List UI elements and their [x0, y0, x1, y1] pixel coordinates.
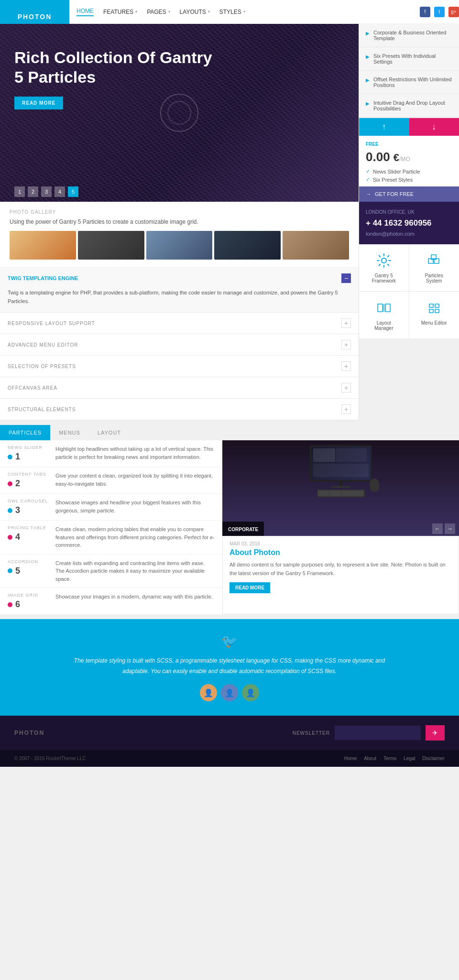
- chevron-down-icon: ▾: [135, 10, 137, 14]
- accordion-minus-icon[interactable]: −: [341, 273, 351, 283]
- pagination-2[interactable]: 2: [28, 186, 38, 197]
- blog-card: MAR 03, 2016 About Photon All demo conte…: [222, 536, 459, 614]
- accordion-structural[interactable]: STRUCTURAL ELEMENTS +: [0, 399, 359, 420]
- sidebar-item-3[interactable]: ▶ Offset Restrictions With Unlimited Pos…: [359, 71, 459, 94]
- contact-email: london@photon.com: [366, 231, 452, 237]
- svg-rect-9: [429, 309, 433, 313]
- nav-pages[interactable]: PAGES ▾: [147, 9, 170, 15]
- feature-particles[interactable]: Particles System: [409, 244, 459, 292]
- avatar-2[interactable]: 👤: [221, 684, 238, 701]
- avatar-3[interactable]: 👤: [242, 684, 259, 701]
- particle-dot-4: [8, 535, 12, 540]
- pagination-1[interactable]: 1: [14, 186, 25, 197]
- accordion-section: TWIG TEMPLATING ENGINE − Twig is a templ…: [0, 268, 359, 420]
- accordion-offcanvas[interactable]: OFFCANVAS AREA +: [0, 377, 359, 399]
- nav-features[interactable]: FEATURES ▾: [103, 9, 137, 15]
- feature-menu[interactable]: Menu Editor: [409, 292, 459, 338]
- sidebar-item-text-2: Six Presets With Individual Settings: [373, 53, 452, 65]
- gallery-thumb-4[interactable]: [214, 231, 281, 260]
- accordion-open-item[interactable]: TWIG TEMPLATING ENGINE − Twig is a templ…: [0, 268, 359, 313]
- particle-name-2: CONTENT TABS: [8, 472, 51, 477]
- main-nav: HOME FEATURES ▾ PAGES ▾ LAYOUTS ▾ STYLES…: [76, 8, 245, 16]
- footer-link-disclaimer[interactable]: Disclaimer: [422, 756, 445, 761]
- accordion-menu-editor[interactable]: ADVANCED MENU EDITOR +: [0, 334, 359, 356]
- menu-icon: [417, 299, 452, 316]
- particle-desc-3: Showcase images and headline your bigges…: [55, 499, 215, 514]
- particle-name-4: PRICING TABLE: [8, 525, 51, 530]
- gear-icon: [367, 252, 401, 269]
- twitter-section: 🐦 The template styling is built with SCS…: [0, 619, 459, 716]
- avatar-1[interactable]: 👤: [200, 684, 217, 701]
- particle-num-3: 3: [15, 505, 20, 515]
- accordion-closed-title-5: STRUCTURAL ELEMENTS: [8, 407, 76, 412]
- newsletter-send-button[interactable]: ✈: [426, 725, 445, 740]
- slide-down-button[interactable]: ↓: [409, 118, 459, 136]
- particles-body: NEWS SLIDER 1 Highlight top headlines wi…: [0, 440, 459, 614]
- gallery-thumb-3[interactable]: [146, 231, 213, 260]
- pagination-4[interactable]: 4: [55, 186, 65, 197]
- layout-icon: [367, 299, 401, 316]
- feature-particles-label: Particles System: [417, 273, 452, 283]
- get-free-button[interactable]: → GET FOR FREE: [359, 186, 459, 202]
- pricing-feature-2: ✓ Six Preset Styles: [366, 176, 452, 183]
- sidebar-item-4[interactable]: ▶ Intuitive Drag And Drop Layout Possibi…: [359, 94, 459, 118]
- nav-home[interactable]: HOME: [76, 8, 94, 16]
- gallery-grid: [10, 231, 349, 260]
- sidebar-item-text-1: Corporate & Business Oriented Template: [373, 30, 452, 41]
- pagination-5[interactable]: 5: [68, 186, 78, 197]
- hero-read-more-button[interactable]: READ MORE: [14, 97, 63, 109]
- facebook-icon[interactable]: f: [420, 7, 430, 17]
- chevron-down-icon: ▾: [243, 10, 245, 14]
- nav-styles[interactable]: STYLES ▾: [219, 9, 245, 15]
- newsletter-form: NEWSLETTER ✈: [293, 725, 445, 740]
- tab-layout[interactable]: LAYOUT: [89, 425, 130, 440]
- next-arrow[interactable]: →: [445, 523, 455, 534]
- footer-logo: PHOTON: [14, 730, 44, 736]
- twitter-icon[interactable]: t: [434, 7, 445, 17]
- pagination-3[interactable]: 3: [41, 186, 52, 197]
- blog-read-more-button[interactable]: READ MORE: [230, 582, 270, 593]
- footer-link-terms[interactable]: Terms: [383, 756, 396, 761]
- twitter-avatars: 👤 👤 👤: [29, 684, 430, 701]
- sidebar-item-2[interactable]: ▶ Six Presets With Individual Settings: [359, 47, 459, 71]
- prev-arrow[interactable]: ←: [432, 523, 443, 534]
- feature-layout[interactable]: Layout Manager: [359, 292, 409, 338]
- svg-rect-4: [378, 304, 382, 312]
- sidebar-item-text-4: Intuitive Drag And Drop Layout Possibili…: [373, 100, 452, 111]
- footer-link-about[interactable]: About: [364, 756, 376, 761]
- svg-point-0: [382, 258, 386, 263]
- accordion-presets[interactable]: SELECTION OF PRESETS +: [0, 356, 359, 377]
- feature-gantry-label: Gantry 5 Framework: [367, 273, 401, 283]
- footer-link-home[interactable]: Home: [344, 756, 357, 761]
- particle-num-4: 4: [15, 532, 20, 542]
- checkmark-icon: ✓: [366, 168, 370, 174]
- accordion-plus-icon[interactable]: +: [341, 383, 351, 392]
- sidebar-item-1[interactable]: ▶ Corporate & Business Oriented Template: [359, 24, 459, 47]
- particle-dot-1: [8, 455, 12, 459]
- gallery-thumb-2[interactable]: [78, 231, 144, 260]
- footer-link-legal[interactable]: Legal: [404, 756, 415, 761]
- googleplus-icon[interactable]: g+: [448, 7, 459, 17]
- accordion-responsive[interactable]: RESPONSIVE LAYOUT SUPPORT +: [0, 313, 359, 334]
- particle-news-slider: NEWS SLIDER 1 Highlight top headlines wi…: [0, 440, 222, 467]
- checkmark-icon: ✓: [366, 176, 370, 183]
- accordion-open-title: TWIG TEMPLATING ENGINE: [8, 275, 78, 281]
- newsletter-input[interactable]: [335, 726, 421, 740]
- accordion-plus-icon[interactable]: +: [341, 361, 351, 371]
- gallery-thumb-1[interactable]: [10, 231, 76, 260]
- particles-list: NEWS SLIDER 1 Highlight top headlines wi…: [0, 440, 222, 614]
- svg-rect-8: [435, 304, 439, 307]
- accordion-plus-icon[interactable]: +: [341, 318, 351, 328]
- slide-up-button[interactable]: ↑: [359, 118, 409, 136]
- accordion-plus-icon[interactable]: +: [341, 404, 351, 414]
- chevron-right-icon: ▶: [366, 77, 370, 83]
- accordion-plus-icon[interactable]: +: [341, 340, 351, 349]
- feature-gantry[interactable]: Gantry 5 Framework: [359, 244, 409, 292]
- pricing-feature-1: ✓ News Slider Particle: [366, 168, 452, 174]
- nav-layouts[interactable]: LAYOUTS ▾: [180, 9, 210, 15]
- tab-menus[interactable]: MENUS: [50, 425, 89, 440]
- gallery-thumb-5[interactable]: [283, 231, 349, 260]
- tab-particles[interactable]: PARTICLES: [0, 425, 50, 440]
- blog-date: MAR 03, 2016: [223, 536, 459, 548]
- pricing-label: FREE: [366, 142, 452, 147]
